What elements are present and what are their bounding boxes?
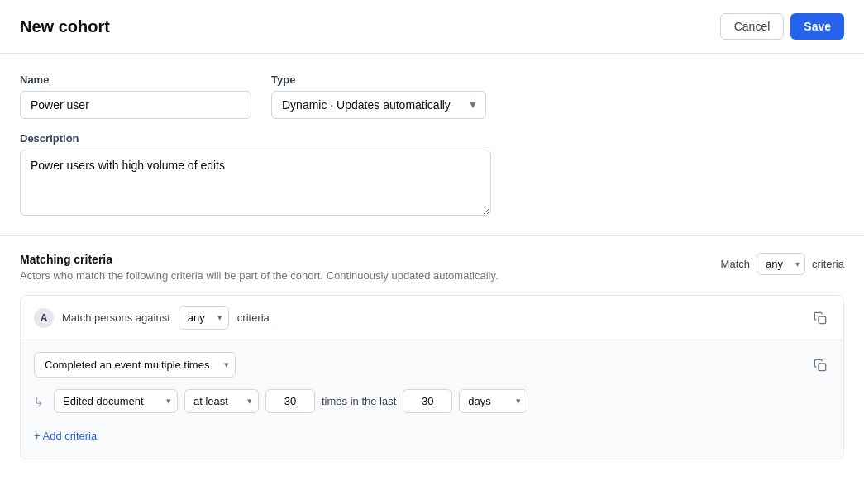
last-period-input[interactable] bbox=[403, 389, 452, 413]
criteria-label: criteria bbox=[812, 258, 844, 270]
copy-button-event[interactable] bbox=[810, 355, 830, 375]
match-persons-text: Match persons against bbox=[62, 311, 170, 324]
filter-detail-row: ↳ Edited document Viewed page ▾ at least… bbox=[34, 389, 830, 413]
description-field-group: Description Power users with high volume… bbox=[20, 132, 844, 216]
match-select[interactable]: any all bbox=[757, 253, 805, 275]
actor-badge: A bbox=[34, 308, 54, 328]
period-select[interactable]: days weeks months bbox=[459, 389, 527, 413]
edited-doc-select[interactable]: Edited document Viewed page bbox=[54, 389, 178, 413]
event-selector-row: Completed an event multiple times Comple… bbox=[34, 352, 830, 378]
type-select-wrapper: Dynamic · Updates automatically Static ▼ bbox=[271, 91, 486, 119]
qualifier-select[interactable]: at least at most exactly bbox=[184, 389, 259, 413]
matching-criteria-right: Match any all ▾ criteria bbox=[721, 253, 844, 275]
count-input[interactable] bbox=[265, 389, 315, 413]
name-label: Name bbox=[20, 74, 251, 86]
description-group: Description Power users with high volume… bbox=[20, 132, 844, 216]
criteria-box: A Match persons against any all ▾ criter… bbox=[20, 295, 844, 459]
description-textarea[interactable]: Power users with high volume of edits bbox=[20, 150, 491, 216]
page-header: New cohort Cancel Save bbox=[0, 0, 864, 54]
main-content: Name Type Dynamic · Updates automaticall… bbox=[0, 54, 864, 479]
name-group: Name bbox=[20, 74, 251, 119]
any-select-wrapper: any all ▾ bbox=[179, 306, 229, 330]
criteria-row-top: A Match persons against any all ▾ criter… bbox=[21, 296, 843, 340]
description-label: Description bbox=[20, 132, 844, 145]
criteria-row-body: Completed an event multiple times Comple… bbox=[21, 340, 843, 459]
name-type-row: Name Type Dynamic · Updates automaticall… bbox=[20, 74, 844, 119]
matching-criteria-left: Matching criteria Actors who match the f… bbox=[20, 253, 499, 282]
at-least-wrapper: at least at most exactly ▾ bbox=[184, 389, 259, 413]
copy-button-top[interactable] bbox=[810, 308, 830, 328]
edited-doc-wrapper: Edited document Viewed page ▾ bbox=[54, 389, 178, 413]
match-label: Match bbox=[721, 258, 750, 270]
cancel-button[interactable]: Cancel bbox=[720, 13, 785, 40]
matching-criteria-subtitle: Actors who match the following criteria … bbox=[20, 269, 499, 282]
page-title: New cohort bbox=[20, 17, 110, 36]
indent-icon: ↳ bbox=[34, 395, 44, 408]
any-select[interactable]: any all bbox=[179, 306, 229, 330]
times-in-last-text: times in the last bbox=[322, 395, 396, 407]
svg-rect-1 bbox=[819, 364, 826, 371]
copy-icon-event bbox=[814, 359, 827, 372]
copy-icon-top bbox=[814, 311, 827, 325]
criteria-text: criteria bbox=[237, 311, 270, 324]
add-criteria-row: + Add criteria bbox=[34, 425, 830, 447]
type-label: Type bbox=[271, 74, 486, 86]
header-actions: Cancel Save bbox=[720, 13, 844, 40]
days-wrapper: days weeks months ▾ bbox=[459, 389, 527, 413]
section-divider bbox=[0, 235, 864, 236]
event-type-select[interactable]: Completed an event multiple times Comple… bbox=[34, 352, 236, 378]
type-select[interactable]: Dynamic · Updates automatically Static bbox=[271, 91, 486, 119]
save-button[interactable]: Save bbox=[790, 13, 844, 40]
match-select-wrapper: any all ▾ bbox=[757, 253, 805, 275]
add-criteria-button[interactable]: + Add criteria bbox=[34, 425, 97, 447]
event-select-wrapper: Completed an event multiple times Comple… bbox=[34, 352, 236, 378]
svg-rect-0 bbox=[819, 316, 826, 324]
matching-criteria-header: Matching criteria Actors who match the f… bbox=[20, 253, 844, 282]
name-input[interactable] bbox=[20, 91, 251, 119]
type-group: Type Dynamic · Updates automatically Sta… bbox=[271, 74, 486, 119]
matching-criteria-title: Matching criteria bbox=[20, 253, 499, 266]
